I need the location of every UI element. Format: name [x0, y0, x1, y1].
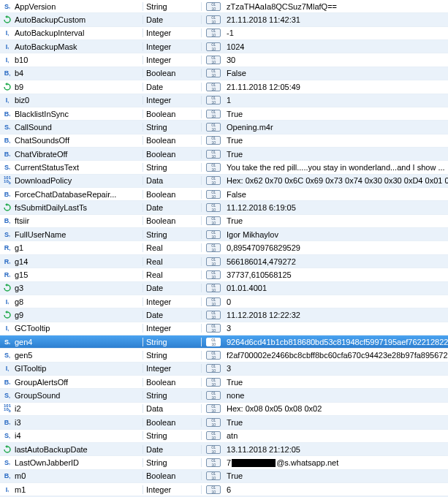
- property-name: lastAutoBackupDate: [13, 445, 143, 454]
- binary-badge-icon: 0110: [206, 163, 221, 172]
- property-type: Boolean: [143, 190, 202, 199]
- property-row[interactable]: S,LastOwnJabberIDString01107@s.whatsapp.…: [0, 456, 448, 469]
- property-row[interactable]: R,g14Real0110566186014,479272: [0, 255, 448, 268]
- binary-badge-icon: 0110: [206, 2, 221, 11]
- property-row[interactable]: I,AutoBackupMaskInteger01101024: [0, 40, 448, 53]
- type-icon: B,: [0, 69, 13, 77]
- value-badge: 0110: [202, 190, 225, 199]
- value-badge: 0110: [202, 29, 225, 37]
- property-name: m0: [13, 471, 143, 480]
- property-row[interactable]: I,GITooltipInteger01103: [0, 363, 448, 376]
- property-name: AutoBackupCustom: [13, 15, 143, 24]
- property-row[interactable]: I,m1Integer01106: [0, 483, 448, 496]
- property-name: LastOwnJabberID: [13, 458, 143, 467]
- property-row[interactable]: S,CurrentStatusTextString0110You take th…: [0, 161, 448, 174]
- property-row[interactable]: I,biz0Integer01101: [0, 94, 448, 107]
- property-row[interactable]: B,ForceChatDatabaseRepair...Boolean0110F…: [0, 188, 448, 201]
- property-value: -1: [225, 29, 448, 37]
- value-badge: 0110: [202, 297, 225, 306]
- property-row[interactable]: S,gen4String01109264d6cd41b1cb818680bd53…: [0, 335, 448, 349]
- binary-badge-icon: 0110: [206, 150, 221, 159]
- property-row[interactable]: B,BlacklistInSyncBoolean0110True: [0, 107, 448, 121]
- property-name: g9: [13, 311, 143, 319]
- binary-badge-icon: 0110: [206, 110, 221, 118]
- binary-badge-icon: 0110: [206, 391, 221, 400]
- value-badge: 0110: [202, 123, 225, 132]
- property-name: GroupAlertsOff: [13, 378, 143, 387]
- type-icon: [0, 15, 13, 24]
- property-value: False: [225, 190, 448, 199]
- value-badge: 0110: [202, 15, 225, 24]
- property-row[interactable]: 10110bDownloadPolicyData0110Hex: 0x62 0x…: [0, 175, 448, 188]
- property-type: String: [143, 123, 202, 132]
- property-type: Integer: [143, 42, 202, 51]
- type-icon: I,: [0, 365, 13, 372]
- binary-badge-icon: 0110: [206, 203, 221, 212]
- property-row[interactable]: B,ftsiirBoolean0110True: [0, 215, 448, 228]
- property-row[interactable]: R,g15Real011037737,610568125: [0, 268, 448, 281]
- property-row[interactable]: g3Date011001.01.4001: [0, 282, 448, 295]
- property-name: g3: [13, 284, 143, 292]
- type-icon: R,: [0, 271, 13, 278]
- property-row[interactable]: I,AutoBackupIntervalInteger0110-1: [0, 27, 448, 40]
- type-icon: S,: [0, 3, 13, 10]
- property-row[interactable]: B,ChatVibrateOffBoolean0110True: [0, 148, 448, 161]
- type-icon: [0, 203, 13, 212]
- value-badge: 0110: [202, 83, 225, 91]
- property-name: g15: [13, 270, 143, 279]
- property-row[interactable]: I,g8Integer01100: [0, 295, 448, 308]
- property-value: 7@s.whatsapp.net: [225, 458, 448, 468]
- property-row[interactable]: B,GroupAlertsOffBoolean0110True: [0, 376, 448, 389]
- binary-badge-icon: 0110: [206, 324, 221, 333]
- property-row[interactable]: g9Date011011.12.2018 12:22:32: [0, 308, 448, 322]
- property-row[interactable]: b9Date011021.11.2018 12:05:49: [0, 80, 448, 94]
- property-name: CallSound: [13, 123, 143, 132]
- property-value: True: [225, 418, 448, 427]
- property-row[interactable]: S,GroupSoundString0110none: [0, 389, 448, 402]
- property-row[interactable]: B,m0Boolean0110True: [0, 470, 448, 483]
- property-row[interactable]: lastAutoBackupDateDate011013.11.2018 21:…: [0, 443, 448, 456]
- property-type: String: [143, 230, 202, 239]
- property-row[interactable]: S,FullUserNameString0110Igor Mikhaylov: [0, 228, 448, 241]
- property-row[interactable]: R,g1Real01100,895470976829529: [0, 241, 448, 254]
- property-value: True: [225, 378, 448, 387]
- binary-badge-icon: 0110: [206, 270, 221, 279]
- property-type: String: [143, 431, 202, 440]
- property-row[interactable]: I,GCTooltipInteger01103: [0, 322, 448, 335]
- property-value: atn: [225, 431, 448, 440]
- binary-badge-icon: 0110: [206, 56, 221, 64]
- property-row[interactable]: B,ChatSoundsOffBoolean0110True: [0, 134, 448, 148]
- property-type: Real: [143, 257, 202, 266]
- property-name: AutoBackupInterval: [13, 29, 143, 37]
- property-row[interactable]: B,b4Boolean0110False: [0, 67, 448, 80]
- property-value: f2af700002e2466bc8cbff8bc60cfa670c94423e…: [225, 351, 448, 360]
- property-type: Data: [143, 176, 202, 185]
- type-icon: 10110b: [0, 404, 13, 413]
- value-badge: 0110: [202, 69, 225, 77]
- type-icon: S,: [0, 338, 13, 346]
- property-row[interactable]: S,gen5String0110f2af700002e2466bc8cbff8b…: [0, 349, 448, 362]
- binary-badge-icon: 0110: [206, 243, 221, 252]
- type-icon: S,: [0, 459, 13, 466]
- property-row[interactable]: AutoBackupCustomDate011021.11.2018 11:42…: [0, 13, 448, 26]
- property-row[interactable]: S,CallSoundString0110Opening.m4r: [0, 121, 448, 134]
- property-row[interactable]: B,i3Boolean0110True: [0, 416, 448, 429]
- property-type: Boolean: [143, 69, 202, 77]
- property-value: 3: [225, 324, 448, 333]
- property-value: 11.12.2018 12:22:32: [225, 311, 448, 319]
- type-icon: S,: [0, 392, 13, 399]
- property-row[interactable]: S,i4String0110atn: [0, 430, 448, 443]
- binary-badge-icon: 0110: [206, 190, 221, 199]
- property-row[interactable]: 10110bi2Data0110Hex: 0x08 0x05 0x08 0x02: [0, 403, 448, 416]
- property-type: Data: [143, 404, 202, 413]
- property-row[interactable]: S,AppVersionString0110zTzaTHAaIa8QCSuz7M…: [0, 0, 448, 13]
- value-badge: 0110: [202, 243, 225, 252]
- type-icon: B,: [0, 217, 13, 224]
- property-row[interactable]: I,b10Integer011030: [0, 53, 448, 67]
- property-row[interactable]: fsSubmitDailyLastTsDate011011.12.2018 6:…: [0, 201, 448, 214]
- type-icon: [0, 83, 13, 91]
- property-name: AutoBackupMask: [13, 42, 143, 51]
- property-value: 30: [225, 56, 448, 64]
- value-badge: 0110: [202, 257, 225, 266]
- value-badge: 0110: [202, 418, 225, 427]
